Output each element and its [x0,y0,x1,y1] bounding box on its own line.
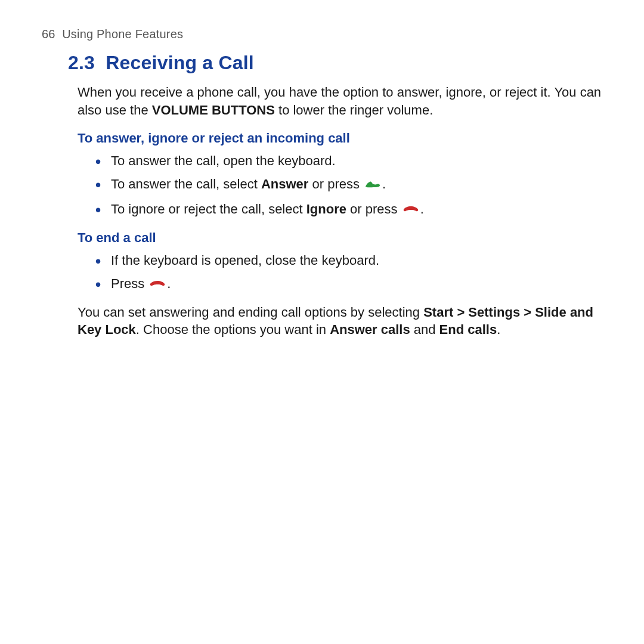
section-number: 2.3 [68,52,95,73]
body-content: When you receive a phone call, you have … [78,83,602,339]
bullet-text: To answer the call, open the keyboard. [111,153,336,168]
footer-text: . Choose the options you want in [136,322,330,337]
footer-text: . [497,322,500,337]
footer-text: and [410,322,439,337]
end-key-icon [402,201,420,221]
footer-text: You can set answering and ending call op… [78,305,423,320]
intro-paragraph: When you receive a phone call, you have … [78,83,602,119]
answer-calls-label: Answer calls [330,322,410,337]
footer-paragraph: You can set answering and ending call op… [78,304,602,339]
bullet-text: or press [308,177,363,191]
list-item: To answer the call, select Answer or pre… [93,174,602,196]
subheading-end-call: To end a call [78,229,602,247]
volume-buttons-label: VOLUME BUTTONS [152,103,275,117]
running-header: 66 Using Phone Features [42,27,602,41]
talk-key-icon [364,176,382,196]
bullet-text: . [382,177,386,191]
section-name: Receiving a Call [106,52,254,73]
bullet-text: To ignore or reject the call, select [111,202,306,216]
ignore-label: Ignore [306,202,346,216]
bullet-text: Press [111,276,148,291]
bullet-text: . [420,202,424,216]
end-calls-label: End calls [439,322,497,337]
page-number: 66 [42,27,55,41]
chapter-name: Using Phone Features [62,27,183,41]
list-item: To ignore or reject the call, select Ign… [93,199,602,221]
bullet-text: If the keyboard is opened, close the key… [111,253,379,268]
section-title: 2.3 Receiving a Call [68,52,602,74]
bullet-list-end: If the keyboard is opened, close the key… [93,250,602,295]
manual-page: 66 Using Phone Features 2.3 Receiving a … [0,0,644,339]
bullet-text: To answer the call, select [111,177,261,191]
list-item: To answer the call, open the keyboard. [93,151,602,171]
end-key-icon [148,275,166,295]
list-item: Press . [93,274,602,295]
bullet-list-answer: To answer the call, open the keyboard. T… [93,151,602,221]
list-item: If the keyboard is opened, close the key… [93,250,602,270]
intro-text-tail: to lower the ringer volume. [275,103,433,117]
bullet-text: or press [346,202,401,216]
subheading-answer-ignore-reject: To answer, ignore or reject an incoming … [78,129,602,147]
answer-label: Answer [261,177,308,191]
bullet-text: . [167,276,171,291]
